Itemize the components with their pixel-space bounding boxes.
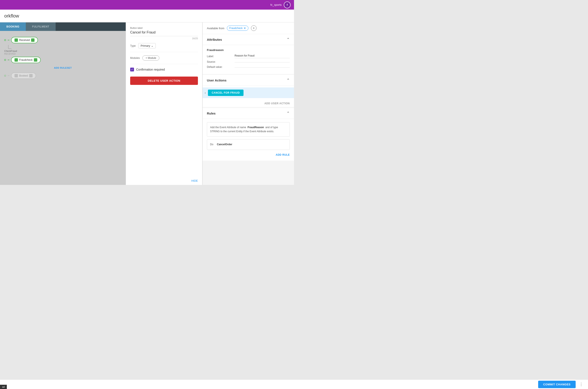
- attributes-section: Attributes ⌃ Fraudreason Label: Reason f…: [203, 34, 294, 74]
- tag-add-button[interactable]: +: [251, 25, 256, 31]
- node-booked[interactable]: Booked: [11, 72, 36, 79]
- delete-user-action-button[interactable]: DELETE USER ACTION: [130, 77, 198, 85]
- v-connector: [8, 45, 8, 48]
- h-connector: [8, 48, 11, 49]
- hide-link[interactable]: HIDE: [126, 177, 202, 185]
- attr-label-row: Label: Reason for Fraud: [207, 54, 290, 58]
- fraudcheck-tag: Fraudcheck ✕: [227, 26, 249, 31]
- user-action-list: ‹ CANCEL FOR FRAUD: [203, 86, 294, 100]
- add-module-button[interactable]: + Module: [142, 56, 159, 61]
- cancel-for-fraud-chip[interactable]: CANCEL FOR FRAUD: [208, 90, 244, 96]
- attr-source-val: [235, 62, 290, 63]
- fraudcheck-group: CheckFraud RECEIVED Fraudcheck: [4, 50, 121, 63]
- attr-default-val: [235, 66, 290, 68]
- rules-title: Rules: [207, 112, 216, 115]
- rule2-action: CancelOrder: [217, 143, 232, 146]
- attr-label-val: Reason for Fraud: [235, 54, 290, 58]
- node-fraudcheck[interactable]: Fraudcheck: [11, 57, 41, 63]
- node-icon-fraud-left: [14, 58, 18, 62]
- user-actions-chevron-icon: ⌃: [286, 78, 290, 83]
- connector3: [8, 75, 9, 76]
- node-dot-booked: [4, 75, 6, 77]
- node-received[interactable]: Received: [11, 37, 38, 43]
- chevron-down-icon: ⌄: [151, 44, 153, 47]
- rules-section-header[interactable]: Rules ⌃: [203, 108, 294, 119]
- rules-chevron-icon: ⌃: [286, 111, 290, 116]
- rules-content: Add the Event Attribute of name FraudRea…: [203, 119, 294, 161]
- node-icon-received: [14, 38, 18, 42]
- button-label-value[interactable]: Cancel for Fraud: [130, 31, 198, 36]
- attributes-content: Fraudreason Label: Reason for Fraud Sour…: [203, 45, 294, 74]
- attr-source-row: Source:: [207, 60, 290, 63]
- fraudcheck-row: Fraudcheck: [4, 57, 121, 63]
- button-label-label: Button label: [130, 27, 198, 29]
- add-rule-button[interactable]: ADD RULE: [207, 153, 290, 157]
- overlay-label: CheckFraud: [4, 50, 121, 52]
- page-title: orkflow: [0, 10, 294, 22]
- separator1: [130, 52, 198, 52]
- available-from-row: Available from Fraudcheck ✕ +: [203, 22, 294, 34]
- rule-highlight-1: FraudReason: [248, 126, 264, 129]
- connector-group: [8, 45, 121, 49]
- available-from-label: Available from: [207, 27, 224, 30]
- tag-remove-icon[interactable]: ✕: [244, 27, 246, 30]
- separator2: [130, 64, 198, 64]
- user-actions-section-header[interactable]: User Actions ⌃: [203, 75, 294, 86]
- rule-box-2: Do CancelOrder: [207, 139, 290, 150]
- confirmation-checkbox[interactable]: [130, 68, 134, 71]
- canvas-area: BOOKING FULFILMENT Received: [0, 22, 126, 185]
- canvas-tabs: BOOKING FULFILMENT: [0, 22, 126, 31]
- node-dot-received: [4, 39, 6, 41]
- attr-default-row: Default value:: [207, 65, 290, 68]
- node-icon-fraud-right: [34, 58, 37, 62]
- attributes-section-header[interactable]: Attributes ⌃: [203, 34, 294, 45]
- action-panel-inner: Button label Cancel for Fraud 16/25 Type…: [126, 22, 202, 177]
- action-arrow-icon[interactable]: ‹: [203, 91, 208, 95]
- node-icon-received-right: [31, 38, 34, 42]
- topbar: fc_sports f: [0, 0, 294, 10]
- tab-booking[interactable]: BOOKING: [0, 22, 26, 31]
- username: fc_sports: [270, 3, 282, 6]
- type-label: Type: [130, 44, 136, 47]
- main-content: BOOKING FULFILMENT Received: [0, 22, 294, 185]
- modules-label: Modules: [130, 57, 140, 60]
- attr-default-key: Default value:: [207, 65, 235, 68]
- user-actions-section: User Actions ⌃ ‹ CANCEL FOR FRAUD ADD US…: [203, 75, 294, 107]
- attr-name: Fraudreason: [207, 48, 290, 52]
- attributes-chevron-icon: ⌃: [286, 37, 290, 42]
- type-select[interactable]: Primary ⌄: [138, 43, 156, 48]
- attr-label-key: Label:: [207, 55, 235, 58]
- type-row: Type Primary ⌄: [130, 43, 198, 48]
- user-action-item: ‹ CANCEL FOR FRAUD: [203, 87, 294, 98]
- node-dot-fraud: [4, 59, 6, 61]
- canvas-nodes: Received CheckFraud RECEIVED Fraudcheck: [0, 31, 126, 85]
- add-user-action-button[interactable]: ADD USER ACTION: [203, 100, 294, 107]
- booked-row: Booked: [4, 72, 121, 79]
- connector: [8, 40, 9, 40]
- confirmation-label: Confirmation required: [136, 68, 165, 71]
- rule2-prefix: Do: [210, 143, 213, 146]
- tab-fulfilment[interactable]: FULFILMENT: [26, 22, 56, 31]
- action-panel: Button label Cancel for Fraud 16/25 Type…: [126, 22, 202, 185]
- user-avatar[interactable]: f: [284, 1, 291, 8]
- rules-section: Rules ⌃ Add the Event Attribute of name …: [203, 108, 294, 161]
- attributes-title: Attributes: [207, 38, 222, 41]
- node-icon-booked-left: [14, 74, 18, 77]
- connector2: [8, 60, 9, 60]
- modules-row: Modules + Module: [130, 56, 198, 61]
- right-panel: Available from Fraudcheck ✕ + Attributes…: [202, 22, 294, 185]
- char-count: 16/25: [130, 37, 198, 40]
- rule-box-1: Add the Event Attribute of name FraudRea…: [207, 122, 290, 137]
- received-row: Received: [4, 37, 121, 43]
- user-actions-title: User Actions: [207, 78, 226, 82]
- add-ruleset-button[interactable]: ADD RULESET: [4, 65, 121, 71]
- node-icon-booked-right: [29, 74, 33, 77]
- attr-source-key: Source:: [207, 60, 235, 63]
- node-sublabel: RECEIVED: [4, 53, 121, 55]
- confirmation-row: Confirmation required: [130, 68, 198, 71]
